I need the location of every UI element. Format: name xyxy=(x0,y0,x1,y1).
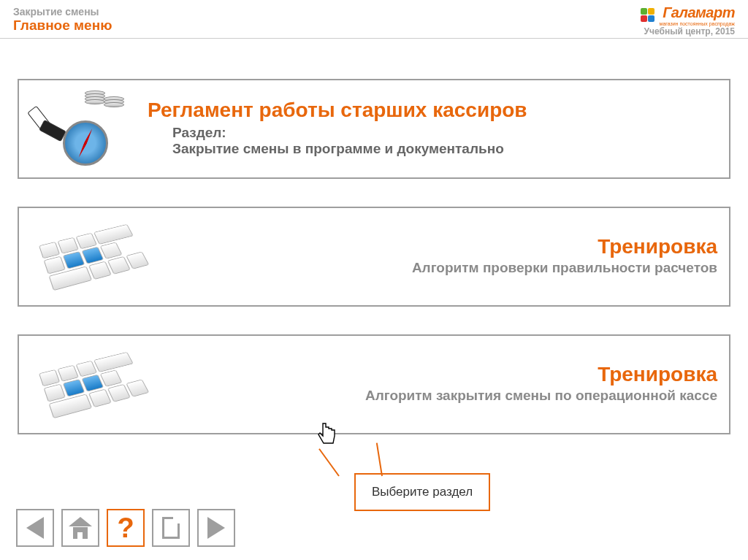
menu-cards: Регламент работы старших кассиров Раздел… xyxy=(0,39,748,434)
hint-text: Выберите раздел xyxy=(372,485,473,499)
nav-forward-button[interactable] xyxy=(197,509,235,547)
compass-dominoes-icon xyxy=(31,89,133,166)
brand-logo: Галамарт магазин постоянных распродаж xyxy=(639,4,735,26)
footer-text: Учебный центр, 2015 xyxy=(639,26,735,37)
nav-help-button[interactable]: ? xyxy=(107,509,145,547)
card-reglament[interactable]: Регламент работы старших кассиров Раздел… xyxy=(18,79,730,179)
card-title: Тренировка xyxy=(148,235,717,258)
keyboard-icon xyxy=(31,217,133,294)
card-title: Регламент работы старших кассиров xyxy=(148,99,717,122)
card-title: Тренировка xyxy=(148,363,717,386)
card-subline: Алгоритм проверки правильности расчетов xyxy=(148,260,717,276)
brand-tagline: магазин постоянных распродаж xyxy=(660,21,735,26)
nav-doc-button[interactable] xyxy=(152,509,190,547)
card-text: Регламент работы старших кассиров Раздел… xyxy=(148,99,717,157)
card-training-2[interactable]: Тренировка Алгоритм закрытия смены по оп… xyxy=(18,334,730,434)
triangle-left-icon xyxy=(26,517,44,539)
hint-callout: Выберите раздел xyxy=(354,473,490,511)
puzzle-icon xyxy=(639,7,657,24)
header: Закрытие смены Главное меню Галамарт маг… xyxy=(0,0,748,39)
document-icon xyxy=(162,517,180,539)
triangle-right-icon xyxy=(207,517,225,539)
home-icon xyxy=(69,517,92,539)
card-subline: Алгоритм закрытия смены по операционной … xyxy=(148,388,717,404)
header-right: Галамарт магазин постоянных распродаж Уч… xyxy=(639,4,735,37)
page-title: Главное меню xyxy=(13,18,112,34)
nav-back-button[interactable] xyxy=(16,509,54,547)
card-sub-label: Раздел: xyxy=(172,125,717,141)
card-sub-text: Закрытие смены в программе и документаль… xyxy=(172,141,717,157)
nav-home-button[interactable] xyxy=(61,509,99,547)
question-icon: ? xyxy=(117,514,134,542)
brand-name: Галамарт xyxy=(660,4,735,21)
cursor-pointer-icon xyxy=(316,420,339,449)
card-text: Тренировка Алгоритм проверки правильност… xyxy=(148,235,717,276)
card-training-1[interactable]: Тренировка Алгоритм проверки правильност… xyxy=(18,207,730,307)
nav-toolbar: ? xyxy=(16,509,235,547)
breadcrumb: Закрытие смены xyxy=(13,6,112,18)
card-text: Тренировка Алгоритм закрытия смены по оп… xyxy=(148,363,717,404)
keyboard-icon xyxy=(31,345,133,421)
header-left: Закрытие смены Главное меню xyxy=(13,4,112,34)
